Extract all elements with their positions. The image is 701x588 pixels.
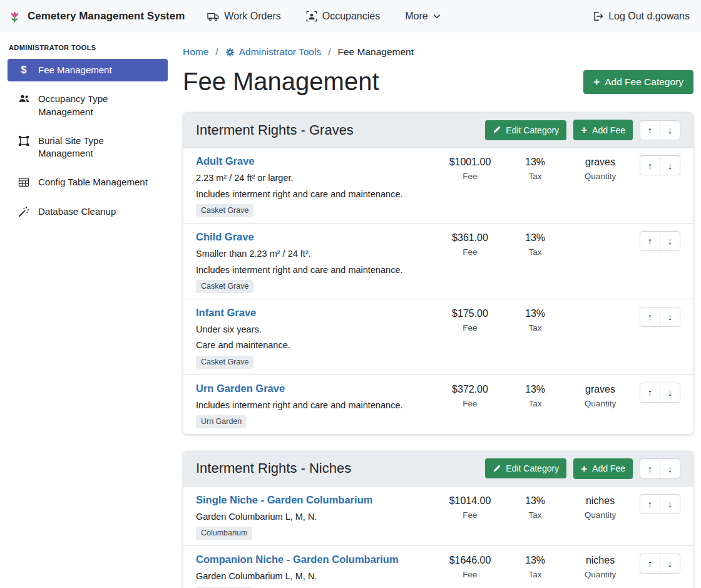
fee-quantity-column: niches Quantity bbox=[561, 494, 639, 540]
fee-descriptions: Includes interment right and care and ma… bbox=[196, 400, 425, 411]
fee-name-link[interactable]: Companion Niche - Garden Columbarium bbox=[196, 554, 399, 565]
arrow-down-icon: ↓ bbox=[668, 558, 673, 569]
breadcrumb-current: Fee Management bbox=[338, 46, 414, 58]
add-fee-button[interactable]: + Add Fee bbox=[573, 458, 633, 479]
fee-descriptions: Garden Columbarium L, M, N. bbox=[196, 571, 425, 582]
fee-quantity-label: Quantity bbox=[561, 399, 639, 408]
fee-amount-label: Fee bbox=[431, 172, 509, 181]
move-fee-down-button[interactable]: ↓ bbox=[660, 383, 680, 403]
move-fee-up-button[interactable]: ↑ bbox=[640, 307, 660, 327]
move-fee-up-button[interactable]: ↑ bbox=[640, 494, 660, 514]
fee-tax-label: Tax bbox=[509, 570, 561, 579]
fee-reorder-group: ↑ ↓ bbox=[640, 494, 680, 514]
fee-quantity-label: Quantity bbox=[561, 172, 639, 181]
sidebar-item-occupancy-type-management[interactable]: Occupancy Type Management bbox=[8, 88, 168, 123]
logout-button[interactable]: Log Out d.gowans bbox=[592, 11, 690, 22]
edit-category-button[interactable]: Edit Category bbox=[485, 458, 566, 478]
edit-category-button[interactable]: Edit Category bbox=[485, 120, 566, 140]
move-fee-down-button[interactable]: ↓ bbox=[660, 494, 680, 514]
fee-description: Includes interment right and care and ma… bbox=[196, 400, 425, 411]
logout-icon bbox=[592, 11, 603, 22]
sidebar-item-fee-management[interactable]: $ Fee Management bbox=[8, 59, 168, 81]
fee-reorder-group: ↑ ↓ bbox=[640, 383, 680, 403]
fee-amount: $372.00 bbox=[431, 384, 509, 395]
nav-more[interactable]: More bbox=[405, 11, 440, 22]
move-fee-up-button[interactable]: ↑ bbox=[640, 231, 660, 251]
fee-descriptions: Under six years.Care and maintenance. bbox=[196, 324, 425, 351]
breadcrumb-admin-tools-label: Administrator Tools bbox=[239, 46, 322, 58]
fee-name-link[interactable]: Infant Grave bbox=[196, 307, 256, 319]
breadcrumb-separator: / bbox=[215, 46, 218, 58]
add-fee-button[interactable]: + Add Fee bbox=[573, 120, 633, 140]
fee-type-badge: Casket Grave bbox=[196, 356, 253, 369]
page-header: Fee Management + Add Fee Category bbox=[183, 68, 693, 96]
plus-icon: + bbox=[593, 76, 600, 87]
nav-occupancies[interactable]: Occupancies bbox=[306, 11, 381, 22]
sidebar: ADMINISTRATOR TOOLS $ Fee Management Occ… bbox=[0, 33, 175, 588]
dollar-icon: $ bbox=[18, 64, 30, 76]
fee-description: Smaller than 2.23 m² / 24 ft². bbox=[196, 249, 425, 259]
breadcrumb-home-link[interactable]: Home bbox=[183, 46, 208, 58]
arrow-up-icon: ↑ bbox=[648, 160, 653, 171]
move-fee-down-button[interactable]: ↓ bbox=[660, 307, 680, 327]
arrow-down-icon: ↓ bbox=[668, 311, 673, 322]
fee-amount-column: $1001.00 Fee bbox=[431, 155, 509, 217]
sidebar-item-config-table-management[interactable]: Config Table Management bbox=[8, 171, 168, 193]
add-fee-label: Add Fee bbox=[592, 463, 625, 473]
fee-tax: 13% bbox=[509, 232, 561, 244]
sidebar-item-database-cleanup[interactable]: Database Cleanup bbox=[8, 200, 168, 223]
main-nav: Work Orders Occupancies More bbox=[207, 11, 440, 23]
arrow-up-icon: ↑ bbox=[648, 311, 653, 322]
fee-amount-label: Fee bbox=[431, 399, 509, 408]
plus-icon: + bbox=[581, 125, 587, 135]
move-category-up-button[interactable]: ↑ bbox=[640, 458, 660, 478]
fee-list: Single Niche - Garden Columbarium Garden… bbox=[183, 487, 693, 588]
categories: Interment Rights - Graves Edit Category … bbox=[183, 112, 693, 588]
fee-amount-column: $361.00 Fee bbox=[431, 231, 509, 293]
fee-tax: 13% bbox=[509, 495, 561, 507]
arrow-down-icon: ↓ bbox=[668, 235, 673, 246]
fee-name-link[interactable]: Single Niche - Garden Columbarium bbox=[196, 494, 372, 506]
add-fee-category-button[interactable]: + Add Fee Category bbox=[583, 70, 693, 94]
fee-tax: 13% bbox=[509, 308, 561, 319]
sidebar-item-label: Occupancy Type Management bbox=[38, 93, 158, 118]
nav-work-orders[interactable]: Work Orders bbox=[207, 11, 280, 23]
move-category-up-button[interactable]: ↑ bbox=[640, 120, 660, 140]
fee-descriptions: 2.23 m² / 24 ft² or larger.Includes inte… bbox=[196, 173, 425, 199]
fee-name-link[interactable]: Urn Garden Grave bbox=[196, 383, 285, 395]
app-brand[interactable]: Cemetery Management System bbox=[8, 8, 185, 24]
edit-category-label: Edit Category bbox=[506, 125, 559, 135]
move-fee-up-button[interactable]: ↑ bbox=[640, 554, 660, 574]
move-fee-down-button[interactable]: ↓ bbox=[660, 231, 680, 251]
sidebar-item-label: Config Table Management bbox=[38, 176, 148, 188]
nav-more-label: More bbox=[405, 11, 427, 22]
category-title: Interment Rights - Graves bbox=[196, 122, 478, 138]
fee-quantity-unit: graves bbox=[561, 384, 639, 395]
gear-icon bbox=[225, 48, 235, 57]
fee-amount-column: $372.00 Fee bbox=[431, 383, 509, 428]
move-fee-down-button[interactable]: ↓ bbox=[660, 554, 680, 574]
fee-reorder-group: ↑ ↓ bbox=[640, 155, 680, 175]
breadcrumb-admin-tools-link[interactable]: Administrator Tools bbox=[225, 46, 322, 58]
fee-name-link[interactable]: Adult Grave bbox=[196, 155, 255, 167]
fee-description: 2.23 m² / 24 ft² or larger. bbox=[196, 173, 425, 183]
fee-amount-label: Fee bbox=[431, 323, 509, 333]
fee-list: Adult Grave 2.23 m² / 24 ft² or larger.I… bbox=[183, 148, 693, 434]
move-fee-up-button[interactable]: ↑ bbox=[640, 155, 660, 175]
top-navbar: Cemetery Management System Work Orders bbox=[0, 0, 701, 33]
fee-tax-column: 13% Tax bbox=[509, 231, 561, 293]
fee-type-badge: Casket Grave bbox=[196, 280, 253, 293]
move-category-down-button[interactable]: ↓ bbox=[660, 458, 680, 478]
arrow-down-icon: ↓ bbox=[668, 498, 673, 509]
sidebar-item-burial-site-type-management[interactable]: Burial Site Type Management bbox=[8, 130, 168, 165]
fee-amount-label: Fee bbox=[431, 570, 509, 579]
move-category-down-button[interactable]: ↓ bbox=[660, 120, 680, 140]
sidebar-item-label: Burial Site Type Management bbox=[38, 135, 158, 160]
fee-category-card: Interment Rights - Graves Edit Category … bbox=[183, 112, 693, 435]
fee-amount-label: Fee bbox=[431, 510, 509, 520]
move-fee-down-button[interactable]: ↓ bbox=[660, 155, 680, 175]
fee-row: Companion Niche - Garden Columbarium Gar… bbox=[183, 546, 693, 588]
fee-name-link[interactable]: Child Grave bbox=[196, 231, 254, 243]
main-content: Home / Administrator Tools / Fee Managem… bbox=[175, 33, 701, 588]
move-fee-up-button[interactable]: ↑ bbox=[640, 383, 660, 403]
